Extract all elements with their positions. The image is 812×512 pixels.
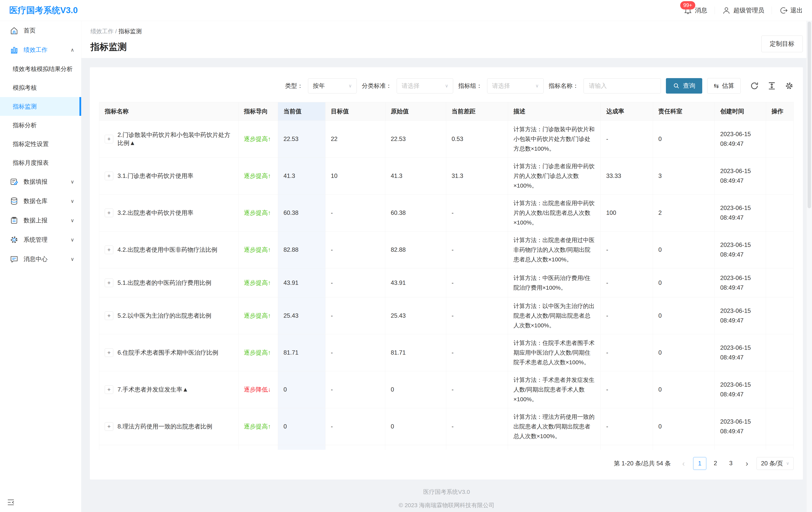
type-select[interactable]: 按年 ∨	[308, 78, 357, 93]
home-icon	[10, 26, 19, 35]
message-count-badge: 99+	[680, 1, 695, 9]
cell-achievement-rate: 100	[601, 194, 653, 232]
sidebar-item-data-warehouse[interactable]: 数据仓库 ∨	[0, 191, 81, 211]
sidebar-subitem-sim-result-analysis[interactable]: 绩效考核模拟结果分析	[0, 59, 81, 78]
cell-created-time: 2023-06-15 08:49:47	[715, 268, 766, 297]
messages-label: 消息	[695, 6, 707, 15]
sidebar-item-data-entry[interactable]: 数据填报 ∨	[0, 172, 81, 191]
cell-target-value: 10	[325, 158, 385, 194]
cell-target-value: 22	[325, 120, 385, 158]
expand-row-button[interactable]: +	[105, 246, 113, 254]
indicator-name-input[interactable]: 请输入	[584, 78, 661, 93]
density-icon[interactable]	[767, 81, 776, 90]
cell-created-time: 2023-06-15	[715, 445, 766, 450]
sidebar-item-message-center[interactable]: 消息中心 ∨	[0, 249, 81, 269]
logout-icon	[779, 6, 788, 15]
cell-operation	[766, 371, 794, 408]
search-button-label: 查询	[683, 82, 695, 90]
cell-current-gap: 0.53	[446, 120, 508, 158]
sidebar-collapse-icon[interactable]	[6, 498, 15, 507]
cell-department: 0	[653, 268, 715, 297]
scrollbar-thumb[interactable]	[808, 22, 811, 208]
sidebar-subitem-indicator-qualitative[interactable]: 指标定性设置	[0, 135, 81, 153]
cell-indicator-name: +3.1.门诊患者中药饮片使用率	[99, 158, 238, 194]
pagination-total: 第 1-20 条/总共 54 条	[614, 459, 671, 467]
cell-operation	[766, 408, 794, 445]
custom-target-button[interactable]: 定制目标	[761, 35, 803, 52]
footer-copyright: © 2023 海南瑞霖物联网科技有限公司	[81, 501, 812, 509]
sidebar-subitem-indicator-analysis[interactable]: 指标分析	[0, 116, 81, 135]
estimate-button[interactable]: ⇆ 估算	[707, 78, 741, 93]
cell-department: 2	[653, 194, 715, 232]
pagination-page-2[interactable]: 2	[709, 457, 722, 469]
search-button[interactable]: 查询	[666, 78, 702, 93]
cell-department: 0	[653, 232, 715, 268]
pagination-prev-icon[interactable]: ‹	[678, 457, 689, 470]
expand-row-button[interactable]: +	[105, 279, 113, 287]
cell-current-gap: -	[446, 297, 508, 334]
indicator-name-text: 3.2.出院患者中药饮片使用率	[117, 209, 194, 217]
cell-indicator-name: +5.2.以中医为主治疗的出院患者比例	[99, 297, 238, 334]
cell-target-value: -	[325, 268, 385, 297]
expand-row-button[interactable]: +	[105, 422, 113, 431]
expand-row-button[interactable]: +	[105, 312, 113, 320]
chevron-down-icon: ∨	[535, 83, 539, 88]
expand-row-button[interactable]: +	[105, 172, 113, 180]
logout-label: 退出	[790, 6, 803, 15]
database-icon	[10, 197, 19, 206]
sidebar-item-data-report[interactable]: 数据上报 ∨	[0, 211, 81, 230]
sidebar-subitem-sim-assessment[interactable]: 模拟考核	[0, 78, 81, 97]
cell-description: 计算方法：以中医为主治疗的出院患者人次数/同期出院患者总人次数×100%。	[508, 297, 601, 334]
page-size-select[interactable]: 20 条/页 ∨	[757, 457, 794, 470]
table-row: +3.1.门诊患者中药饮片使用率逐步提高↑41.31041.331.3计算方法：…	[99, 158, 794, 194]
table-toolbar	[750, 81, 794, 90]
expand-row-button[interactable]: +	[105, 348, 113, 357]
cell-original-value: 82.88	[385, 232, 446, 268]
user-menu[interactable]: 超级管理员	[722, 6, 764, 15]
pagination-pages: 123	[693, 457, 737, 470]
cell-description: 计算方法：中医药治疗费用/住院治疗费用×100%。	[508, 268, 601, 297]
cell-created-time: 2023-06-15 08:49:47	[715, 158, 766, 194]
content-area: 类型： 按年 ∨ 分类标准： 请选择 ∨ 指标组： 请选择 ∨ 指标名称： 请输…	[81, 67, 812, 509]
cell-original-value: 41.3	[385, 158, 446, 194]
settings-gear-icon[interactable]	[785, 81, 794, 90]
expand-row-button[interactable]: +	[105, 385, 113, 394]
cell-created-time: 2023-06-15 08:49:47	[715, 334, 766, 371]
cell-achievement-rate: -	[601, 232, 653, 268]
page-scrollbar[interactable]	[806, 21, 812, 512]
pagination-page-1[interactable]: 1	[693, 457, 706, 470]
category-standard-select[interactable]: 请选择 ∨	[397, 78, 453, 93]
sidebar-item-system-management[interactable]: 系统管理 ∨	[0, 230, 81, 249]
pagination: 第 1-20 条/总共 54 条 ‹ 123 › 20 条/页 ∨	[99, 450, 794, 470]
sidebar-subitem-indicator-monthly-report[interactable]: 指标月度报表	[0, 153, 81, 172]
refresh-icon[interactable]	[750, 81, 759, 90]
pagination-next-icon[interactable]: ›	[741, 457, 753, 470]
indicator-group-select[interactable]: 请选择 ∨	[487, 78, 544, 93]
cell-created-time: 2023-06-15 08:49:47	[715, 120, 766, 158]
table-row: +4.2.出院患者使用中医非药物疗法比例逐步提高↑82.88-82.88-计算方…	[99, 232, 794, 268]
breadcrumb-parent[interactable]: 绩效工作	[90, 28, 114, 34]
chevron-down-icon: ∨	[70, 256, 74, 262]
sidebar-item-performance[interactable]: 绩效工作 ∧	[0, 40, 81, 59]
pagination-page-3[interactable]: 3	[724, 457, 737, 469]
cell-description: 计算方法：住院患者抗菌药物消耗量（累计DDD数）/同期收治患者人天数×100。	[508, 445, 601, 450]
expand-row-button[interactable]: +	[105, 135, 113, 143]
sidebar-item-home[interactable]: 首页	[0, 21, 81, 40]
cell-target-value: -	[325, 334, 385, 371]
sidebar-subitem-indicator-monitor[interactable]: 指标监测	[0, 97, 81, 116]
cell-target-value: -	[325, 371, 385, 408]
cell-direction: 逐步提高↑	[238, 334, 278, 371]
cell-current-value: 0	[278, 371, 325, 408]
indicator-name-label: 指标名称：	[549, 82, 579, 90]
logout-button[interactable]: 退出	[779, 6, 803, 15]
cell-current-gap: -	[446, 445, 508, 450]
messages-menu[interactable]: 99+ 消息	[684, 6, 707, 15]
cell-operation	[766, 297, 794, 334]
sidebar: 首页 绩效工作 ∧ 绩效考核模拟结果分析 模拟考核 指标监测 指标分析 指标定性…	[0, 21, 81, 512]
cell-direction: 逐步降低↓	[238, 445, 278, 450]
type-label: 类型：	[285, 82, 303, 90]
cell-current-gap: -	[446, 371, 508, 408]
cell-operation	[766, 445, 794, 450]
expand-row-button[interactable]: +	[105, 209, 113, 217]
chevron-down-icon: ∨	[70, 217, 74, 223]
